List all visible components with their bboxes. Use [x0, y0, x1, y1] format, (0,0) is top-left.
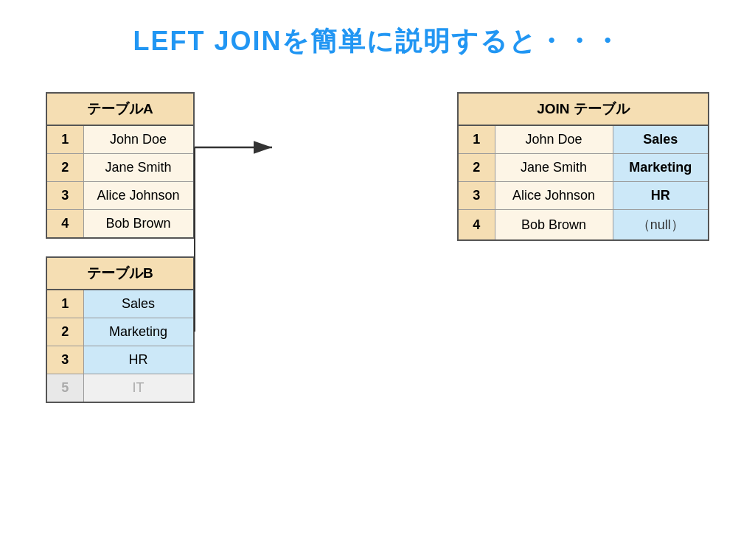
table-row: 1Sales [46, 290, 194, 318]
table-row: 3HR [46, 346, 194, 374]
row-id: 4 [458, 210, 495, 241]
row-name: HR [83, 346, 194, 374]
row-name: John Doe [495, 125, 613, 154]
row-id: 5 [46, 374, 83, 403]
table-row: 4Bob Brown（null） [458, 210, 709, 241]
row-id: 3 [46, 346, 83, 374]
row-name: Jane Smith [83, 154, 194, 182]
table-row: 3Alice JohnsonHR [458, 182, 709, 210]
join-table-header: JOIN テーブル [458, 93, 709, 125]
row-name: Sales [83, 290, 194, 318]
row-name: Bob Brown [83, 210, 194, 239]
row-id: 1 [46, 290, 83, 318]
left-tables: テーブルA 1John Doe2Jane Smith3Alice Johnson… [46, 92, 195, 403]
table-row: 3Alice Johnson [46, 182, 194, 210]
table-row: 1John DoeSales [458, 125, 709, 154]
row-dept: Sales [613, 125, 709, 154]
row-name: Marketing [83, 318, 194, 346]
row-name: John Doe [83, 125, 194, 154]
join-table: JOIN テーブル 1John DoeSales2Jane SmithMarke… [457, 92, 709, 241]
row-name: Bob Brown [495, 210, 613, 241]
table-a: テーブルA 1John Doe2Jane Smith3Alice Johnson… [46, 92, 195, 239]
row-name: IT [83, 374, 194, 403]
row-name: Alice Johnson [495, 182, 613, 210]
table-row: 2Jane Smith [46, 154, 194, 182]
row-id: 3 [46, 182, 83, 210]
table-row: 2Jane SmithMarketing [458, 154, 709, 182]
row-dept: Marketing [613, 154, 709, 182]
page-title: LEFT JOINを簡単に説明すると・・・ [133, 24, 622, 60]
row-dept: （null） [613, 210, 709, 241]
row-id: 2 [46, 318, 83, 346]
row-name: Alice Johnson [83, 182, 194, 210]
table-row: 2Marketing [46, 318, 194, 346]
row-id: 1 [46, 125, 83, 154]
table-a-header: テーブルA [46, 93, 194, 125]
row-id: 3 [458, 182, 495, 210]
row-id: 1 [458, 125, 495, 154]
table-b-header: テーブルB [46, 257, 194, 290]
table-b: テーブルB 1Sales2Marketing3HR5IT [46, 256, 195, 403]
join-result-wrap: JOIN テーブル 1John DoeSales2Jane SmithMarke… [457, 92, 709, 241]
row-id: 4 [46, 210, 83, 239]
row-id: 2 [46, 154, 83, 182]
diagram-area: テーブルA 1John Doe2Jane Smith3Alice Johnson… [46, 92, 709, 403]
row-dept: HR [613, 182, 709, 210]
table-row: 5IT [46, 374, 194, 403]
row-id: 2 [458, 154, 495, 182]
row-name: Jane Smith [495, 154, 613, 182]
table-row: 1John Doe [46, 125, 194, 154]
table-row: 4Bob Brown [46, 210, 194, 239]
